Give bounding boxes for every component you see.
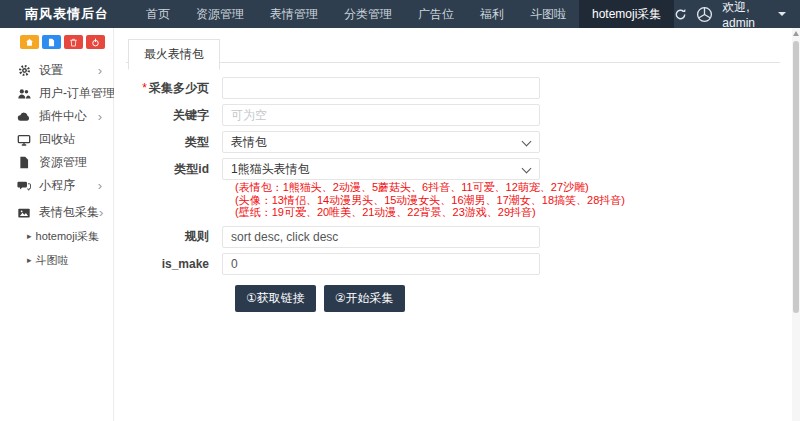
file-icon [17, 156, 31, 170]
nav-item-home[interactable]: 首页 [133, 0, 183, 28]
triangle-bullet-icon: ▸ [27, 231, 32, 241]
nav-item-hotemoji-collect[interactable]: hotemoji采集 [579, 0, 674, 28]
nav-item-category[interactable]: 分类管理 [331, 0, 405, 28]
keyword-label: 关键字 [126, 107, 222, 124]
image-icon [17, 206, 31, 220]
type-id-label: 类型id [126, 161, 222, 178]
required-marker: * [142, 81, 147, 95]
rule-label: 规则 [126, 228, 222, 245]
sidebar-subitem-hotemoji[interactable]: ▸ hotemoji采集 [0, 224, 113, 248]
sidebar-item-plugins[interactable]: 插件中心 › [0, 105, 113, 128]
chevron-right-icon: › [98, 64, 102, 77]
form-row-pages: *采集多少页 [126, 77, 780, 99]
keyword-input[interactable] [222, 104, 540, 126]
form-row-rule: 规则 [126, 226, 780, 248]
rule-input[interactable] [222, 226, 540, 248]
sidebar-quick-buttons [0, 28, 113, 49]
nav-item-doutula[interactable]: 斗图啦 [517, 0, 579, 28]
is-make-label: is_make [126, 257, 222, 271]
get-links-button[interactable]: ①获取链接 [235, 285, 316, 312]
power-icon [91, 38, 100, 47]
chevron-right-icon: › [98, 179, 102, 192]
comments-icon [17, 179, 31, 193]
type-id-select[interactable]: 1熊猫头表情包 [222, 158, 540, 180]
pages-label: *采集多少页 [126, 80, 222, 97]
sidebar-item-user-orders[interactable]: 用户-订单管理 › [0, 82, 113, 105]
triangle-bullet-icon: ▸ [27, 255, 32, 265]
welcome-text[interactable]: 欢迎, admin [722, 0, 768, 30]
file-icon [47, 38, 56, 47]
scroll-up-arrow-icon[interactable] [793, 31, 799, 36]
file-quick-button[interactable] [42, 35, 61, 49]
type-select-wrap: 表情包 [222, 131, 540, 153]
start-collect-button[interactable]: ②开始采集 [324, 285, 405, 312]
type-select[interactable]: 表情包 [222, 131, 540, 153]
sidebar-subitem-doutula[interactable]: ▸ 斗图啦 [0, 248, 113, 272]
sidebar-item-recycle-bin[interactable]: 回收站 [0, 128, 113, 151]
caret-down-icon[interactable] [778, 12, 786, 16]
nav-item-emoji[interactable]: 表情管理 [257, 0, 331, 28]
chevron-right-icon: › [98, 110, 102, 123]
sidebar-item-label: 小程序 [39, 177, 75, 194]
cloud-icon [17, 110, 31, 124]
is-make-input[interactable] [222, 253, 540, 275]
form-row-keyword: 关键字 [126, 104, 780, 126]
sidebar: 设置 › 用户-订单管理 › 插件中心 › 回收站 [0, 28, 114, 421]
sidebar-menu: 设置 › 用户-订单管理 › 插件中心 › 回收站 [0, 59, 113, 272]
trash-quick-button[interactable] [64, 35, 83, 49]
form-row-type: 类型 表情包 [126, 131, 780, 153]
hint-emoji-categories: (表情包：1熊猫头、2动漫、5蘑菇头、6抖音、11可爱、12萌宠、27沙雕) [235, 181, 780, 194]
user-wheel-icon[interactable] [696, 6, 713, 23]
gear-icon [17, 64, 31, 78]
tab-bar: 最火表情包 [126, 38, 780, 63]
chevron-right-icon: › [99, 206, 103, 219]
sidebar-item-label: 用户-订单管理 [39, 85, 115, 102]
form-row-type-id: 类型id 1熊猫头表情包 [126, 158, 780, 180]
type-id-hints: (表情包：1熊猫头、2动漫、5蘑菇头、6抖音、11可爱、12萌宠、27沙雕) (… [235, 181, 780, 219]
refresh-icon[interactable] [674, 8, 687, 21]
sidebar-item-settings[interactable]: 设置 › [0, 59, 113, 82]
home-quick-button[interactable] [20, 35, 39, 49]
tab-hottest-emoji[interactable]: 最火表情包 [128, 39, 220, 70]
sidebar-item-emoji-collect[interactable]: 表情包采集 › [0, 201, 113, 224]
sidebar-item-label: 回收站 [39, 131, 75, 148]
form-buttons: ①获取链接 ②开始采集 [235, 285, 780, 312]
monitor-icon [17, 133, 31, 147]
sidebar-item-label: 插件中心 [39, 108, 87, 125]
pages-input[interactable] [222, 77, 540, 99]
nav-item-resources[interactable]: 资源管理 [183, 0, 257, 28]
sidebar-subitem-label: hotemoji采集 [36, 229, 100, 244]
home-icon [25, 38, 34, 47]
nav-item-welfare[interactable]: 福利 [467, 0, 517, 28]
sidebar-item-label: 设置 [39, 62, 63, 79]
type-label: 类型 [126, 134, 222, 151]
navbar-right: 欢迎, admin [674, 0, 800, 28]
sidebar-item-label: 资源管理 [39, 154, 87, 171]
type-id-select-wrap: 1熊猫头表情包 [222, 158, 540, 180]
sidebar-item-mini-program[interactable]: 小程序 › [0, 174, 113, 197]
scrollbar-thumb[interactable] [793, 41, 799, 313]
main-content: 最火表情包 *采集多少页 关键字 类型 表情包 类型id 1熊猫头表情包 [114, 28, 792, 421]
app-brand: 南风表情后台 [0, 0, 133, 28]
users-icon [17, 87, 31, 101]
top-navbar: 南风表情后台 首页 资源管理 表情管理 分类管理 广告位 福利 斗图啦 hote… [0, 0, 800, 28]
main-nav: 首页 资源管理 表情管理 分类管理 广告位 福利 斗图啦 hotemoji采集 [133, 0, 674, 28]
hint-wallpaper-categories: (壁纸：19可爱、20唯美、21动漫、22背景、23游戏、29抖音) [235, 206, 780, 219]
nav-item-ads[interactable]: 广告位 [405, 0, 467, 28]
sidebar-subitem-label: 斗图啦 [36, 253, 69, 268]
hint-avatar-categories: (头像：13情侣、14动漫男头、15动漫女头、16潮男、17潮女、18搞笑、28… [235, 194, 780, 207]
form-row-is-make: is_make [126, 253, 780, 275]
trash-icon [69, 38, 78, 47]
vertical-scrollbar[interactable] [792, 28, 800, 421]
sidebar-item-resources[interactable]: 资源管理 [0, 151, 113, 174]
collect-form: *采集多少页 关键字 类型 表情包 类型id 1熊猫头表情包 (表情包：1熊 [126, 77, 780, 312]
power-quick-button[interactable] [86, 35, 105, 49]
sidebar-item-label: 表情包采集 [39, 204, 99, 221]
